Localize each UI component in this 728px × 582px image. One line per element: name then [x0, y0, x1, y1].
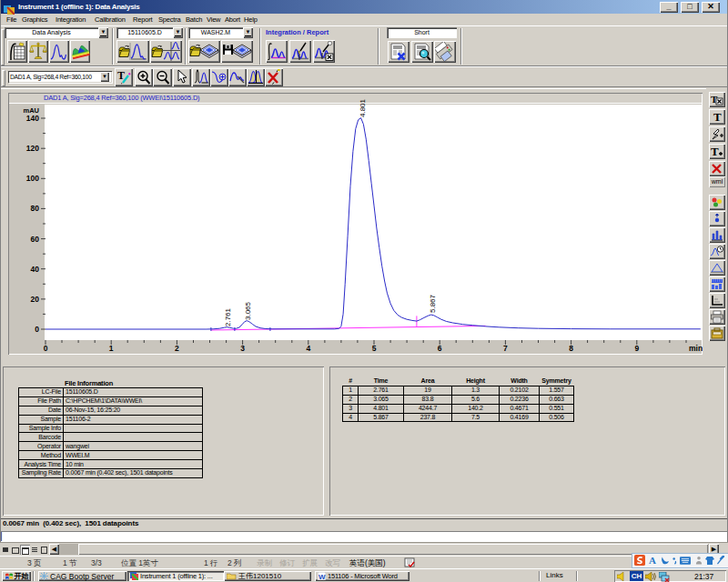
svg-text:0: 0 [44, 344, 48, 353]
svg-text:120: 120 [26, 144, 39, 153]
svg-text:7: 7 [503, 344, 508, 353]
svg-text:3.065: 3.065 [244, 301, 252, 320]
svg-text:140: 140 [26, 114, 39, 123]
svg-text:5.867: 5.867 [429, 294, 437, 313]
svg-text:3: 3 [240, 344, 245, 353]
svg-text:60: 60 [31, 235, 40, 244]
svg-text:T: T [711, 145, 719, 158]
svg-text:W: W [318, 573, 326, 581]
svg-text:6: 6 [438, 344, 442, 353]
svg-text:5: 5 [372, 344, 377, 353]
svg-text:T: T [713, 110, 722, 124]
svg-text:100: 100 [26, 174, 39, 183]
svg-text:min: min [689, 344, 703, 353]
svg-text:8: 8 [569, 344, 573, 353]
svg-text:T: T [117, 69, 125, 82]
svg-text:2: 2 [175, 344, 179, 353]
svg-text:40: 40 [31, 265, 40, 274]
svg-text:0: 0 [35, 325, 39, 334]
svg-text:2.761: 2.761 [224, 307, 232, 326]
svg-text:4.801: 4.801 [359, 98, 367, 117]
svg-text:80: 80 [31, 204, 40, 213]
svg-text:20: 20 [31, 295, 40, 304]
svg-text:1: 1 [109, 344, 114, 353]
svg-text:4: 4 [306, 344, 310, 353]
svg-text:9: 9 [634, 344, 639, 353]
